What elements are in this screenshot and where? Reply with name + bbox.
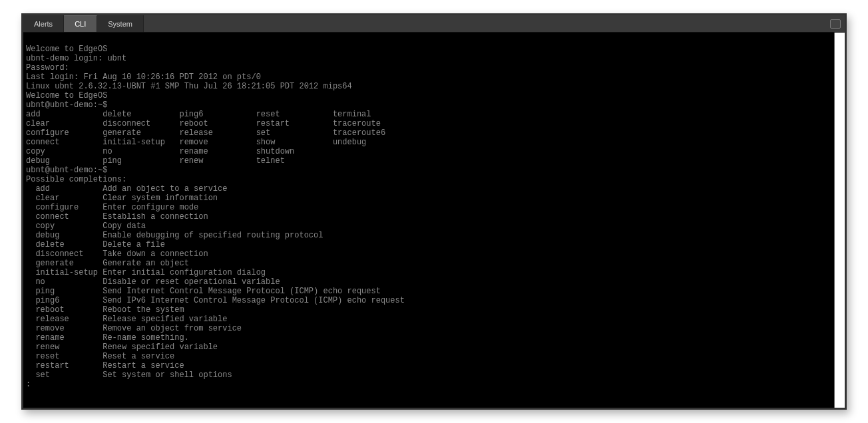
tab-alerts[interactable]: Alerts — [23, 15, 64, 32]
scrollbar[interactable] — [834, 33, 845, 408]
terminal-output[interactable]: Welcome to EdgeOS ubnt-demo login: ubnt … — [23, 33, 834, 408]
tab-cli[interactable]: CLI — [64, 15, 97, 32]
tab-system[interactable]: System — [97, 15, 144, 32]
terminal-wrap: Welcome to EdgeOS ubnt-demo login: ubnt … — [23, 33, 845, 408]
tab-bar: Alerts CLI System — [23, 15, 845, 33]
window-control-icon[interactable] — [830, 19, 841, 29]
terminal-window: Alerts CLI System Welcome to EdgeOS ubnt… — [21, 13, 847, 410]
